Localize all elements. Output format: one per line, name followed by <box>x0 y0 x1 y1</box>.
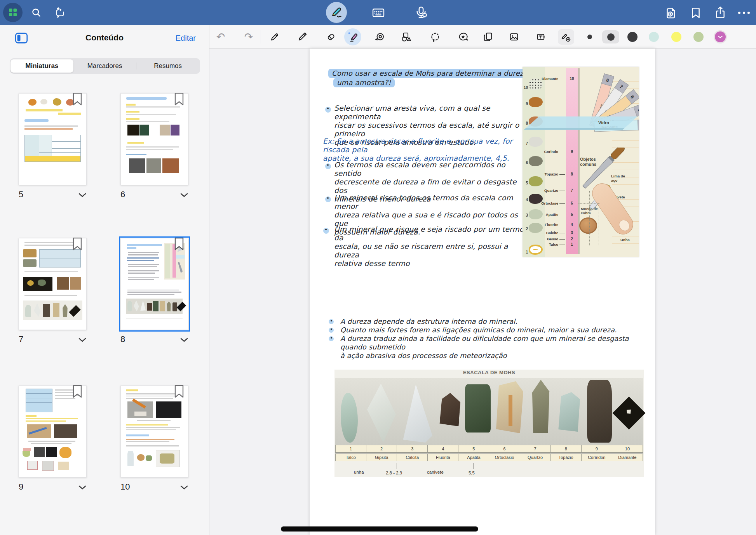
image-tool-button[interactable] <box>508 31 520 43</box>
bullet-marker <box>323 228 329 234</box>
mineral-photo-row <box>335 378 643 445</box>
tape-tool-button[interactable] <box>374 31 385 43</box>
page-number-5: 5 <box>19 189 23 200</box>
edit-button[interactable]: Editar <box>176 34 196 43</box>
page-7-expand-button[interactable] <box>78 338 86 342</box>
annotation-toolbar: ↶ ↷ <box>209 25 756 49</box>
scale-value: 1 <box>567 242 577 247</box>
keyboard-button[interactable] <box>372 7 385 19</box>
tab-miniaturas[interactable]: Miniaturas <box>10 59 73 73</box>
glass-label: Vidro <box>598 120 609 125</box>
share-button[interactable] <box>714 6 726 19</box>
tape-tool-icon <box>374 31 385 42</box>
home-indicator[interactable] <box>281 526 478 532</box>
more-options-button[interactable] <box>737 10 751 15</box>
coin-label: Moeda de cobre <box>581 207 601 215</box>
pencil-tool-button[interactable] <box>296 31 308 43</box>
stroke-size-medium-selected[interactable] <box>602 30 619 43</box>
stroke-size-large[interactable] <box>627 32 638 42</box>
sparkle-chat-icon <box>54 7 66 18</box>
document-page[interactable]: Como usar a escala de Mohs para determin… <box>310 49 655 535</box>
thumbnail-bookmark-icon <box>72 385 82 398</box>
ai-chat-button[interactable] <box>54 7 66 18</box>
page-thumbnail-5[interactable] <box>19 93 87 185</box>
pen-icon <box>330 6 343 19</box>
page-8-expand-button[interactable] <box>180 338 188 342</box>
toolbar-divider <box>261 30 261 43</box>
bookmark-button[interactable] <box>690 7 702 19</box>
mohs-scale-diagram-image: 10 9 8 7 6 5 4 3 2 1 Diamante10 Corindo9 <box>523 67 639 257</box>
highlighter-tool-icon <box>347 31 359 43</box>
thumbnail-bookmark-icon <box>174 385 184 398</box>
table-cell: Gipsita <box>366 453 397 461</box>
color-swatch-yellow[interactable] <box>671 32 681 42</box>
undo-button[interactable]: ↶ <box>215 31 226 43</box>
page-5-expand-button[interactable] <box>78 193 86 197</box>
tab-marcadores[interactable]: Marcadores <box>73 59 136 73</box>
dotted-line <box>578 203 599 204</box>
page-number-6: 6 <box>120 189 125 200</box>
dictation-button[interactable] <box>414 6 428 20</box>
stickers-tool-button[interactable] <box>457 31 469 43</box>
table-cell: 10 <box>612 445 643 453</box>
chevron-down-icon <box>180 193 188 197</box>
chevron-down-icon <box>180 485 188 490</box>
color-swatch-green[interactable] <box>693 32 704 42</box>
note-example: Ex: Se a amostra riscar a fluorite e, po… <box>323 137 529 163</box>
top-navigation-bar <box>0 0 756 25</box>
pen-tool-button[interactable] <box>269 31 280 43</box>
shapes-tool-icon <box>401 31 412 42</box>
scale-value: 2 <box>567 237 577 241</box>
table-cell: Fluorita <box>428 453 458 461</box>
shapes-tool-button[interactable] <box>401 31 412 43</box>
search-button[interactable] <box>31 7 42 18</box>
page-thumbnail-7[interactable] <box>19 238 87 330</box>
page-thumbnail-8-selected[interactable] <box>120 238 188 330</box>
stroke-size-small[interactable] <box>587 35 592 39</box>
nail-label: Unha <box>620 238 630 242</box>
table-cell: 3 <box>397 445 428 453</box>
bullet-marker <box>329 319 334 324</box>
stroke-size-medium-dot <box>607 33 615 41</box>
text-tool-button[interactable] <box>535 31 547 43</box>
add-page-button[interactable] <box>665 7 678 19</box>
bullet-marker <box>325 196 331 202</box>
tab-resumos[interactable]: Resumos <box>136 59 199 73</box>
grid-icon <box>8 7 18 17</box>
thumbnail-bookmark-icon <box>72 93 82 106</box>
mineral-gipsita <box>367 384 396 443</box>
page-thumbnail-preview <box>121 238 188 330</box>
table-cell: 4 <box>428 445 458 453</box>
page-thumbnail-10[interactable] <box>120 386 188 478</box>
pen-mode-toggle[interactable] <box>326 2 347 23</box>
lasso-tool-button[interactable] <box>429 31 441 43</box>
color-swatch-teal[interactable] <box>649 32 659 42</box>
table-cell: 5 <box>458 445 489 453</box>
redo-button[interactable]: ↷ <box>243 31 254 43</box>
share-icon <box>714 6 726 19</box>
bullet-marker <box>325 163 331 169</box>
table-cell: 7 <box>520 445 551 453</box>
note-fact-1: A dureza depende da estrutura interna do… <box>340 317 643 326</box>
page-6-expand-button[interactable] <box>180 193 188 197</box>
note-fact-2: Quanto mais fortes forem as ligações quí… <box>340 326 643 334</box>
main-area: ↶ ↷ <box>209 25 756 535</box>
add-element-button[interactable] <box>558 29 574 45</box>
highlighter-tool-selected[interactable] <box>344 28 361 45</box>
color-swatch-pink-selected[interactable] <box>714 30 727 43</box>
page-thumbnail-6[interactable] <box>120 93 188 185</box>
eraser-tool-button[interactable] <box>325 31 337 43</box>
scale-label: Quartzo <box>523 188 558 193</box>
page-thumbnail-9[interactable] <box>19 386 87 478</box>
pen-add-icon <box>560 31 571 42</box>
document-grid-button[interactable] <box>3 3 23 22</box>
page-9-expand-button[interactable] <box>78 485 86 490</box>
page-thumbnail-preview <box>19 386 86 477</box>
chevron-down-icon <box>78 338 86 342</box>
scale-label: Calcite <box>523 231 558 235</box>
table-cell: Coríndon <box>582 453 612 461</box>
dotted-line <box>589 191 590 245</box>
table-cell: Ortoclásio <box>489 453 520 461</box>
pages-tool-button[interactable] <box>482 31 494 43</box>
page-10-expand-button[interactable] <box>180 485 188 490</box>
